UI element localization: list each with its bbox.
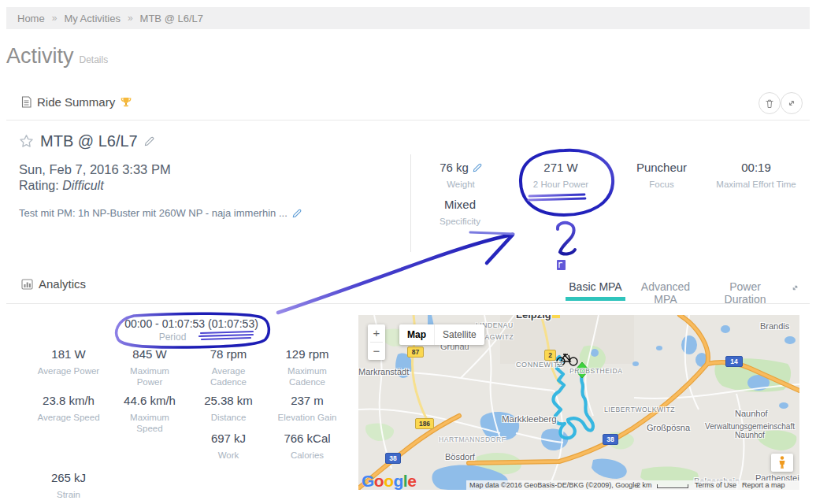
distance-label: Distance bbox=[197, 412, 260, 423]
expand-chart-icon[interactable] bbox=[791, 281, 799, 295]
annotation-arrow-shaft bbox=[278, 235, 512, 313]
activity-datetime: Sun, Feb 7, 2016 3:33 PM bbox=[19, 162, 171, 177]
calories-label: Calories bbox=[271, 450, 343, 461]
pegman-icon bbox=[778, 456, 786, 469]
activity-details-page: Home » My Activities » MTB @ L6/L7 Activ… bbox=[0, 0, 816, 504]
tab-advanced-mpa[interactable]: Advanced MPA bbox=[630, 280, 701, 306]
google-logo[interactable]: Google bbox=[362, 472, 416, 490]
terms-of-use-link[interactable]: Terms of Use bbox=[695, 481, 736, 489]
map-label-grosspoesna: Großpösna bbox=[647, 423, 690, 432]
edit-description-pencil-icon[interactable] bbox=[292, 209, 302, 218]
stat-strain: 265 kJStrain bbox=[21, 471, 116, 500]
map-label-naunhof: Naunhof bbox=[735, 409, 768, 418]
map-label-verwaltungsgemeinschaft: Verwaltungsgemeinschaft Naunhof bbox=[702, 422, 798, 439]
ride-summary-header: Ride Summary bbox=[21, 95, 132, 109]
map-type-satellite-button[interactable]: Satellite bbox=[434, 324, 484, 345]
average-cadence-label: Average Cadence bbox=[197, 365, 260, 387]
map-label-boesdorf: Bösdorf bbox=[445, 452, 475, 461]
map-label-connewitz: CONNEWITZ bbox=[516, 361, 563, 369]
map-label-brandis: Brandis bbox=[760, 321, 789, 331]
stat-specificity: Mixed Specificity bbox=[405, 198, 515, 226]
maximum-cadence-value: 129 rpm bbox=[260, 347, 354, 361]
favorite-star-icon[interactable] bbox=[19, 134, 34, 149]
map-scale-label: 2 km bbox=[636, 481, 652, 489]
road-shield-14: 14 bbox=[725, 356, 743, 367]
map-label-hartmannsdorf: HARTMANNSDORF bbox=[439, 435, 506, 443]
logo-letter: g bbox=[394, 472, 403, 490]
activity-description-row: Test mit PM: 1h NP-Buster mit 260W NP - … bbox=[19, 207, 302, 219]
rating-label: Rating: bbox=[19, 179, 59, 192]
elevation-gain-value: 237 m bbox=[260, 394, 354, 407]
maximum-power-label: Maximum Power bbox=[121, 365, 178, 387]
page-title: ActivityDetails bbox=[6, 44, 108, 69]
stat-calories: 766 kCalCalories bbox=[260, 432, 354, 461]
logo-letter: e bbox=[407, 472, 416, 490]
expand-summary-button[interactable] bbox=[781, 92, 803, 114]
annotation-arrow-barb bbox=[487, 235, 513, 263]
two-hour-power-label: 2 Hour Power bbox=[506, 180, 616, 189]
document-icon bbox=[21, 96, 32, 108]
street-view-pegman-button[interactable] bbox=[771, 454, 793, 472]
average-power-value: 181 W bbox=[21, 347, 116, 361]
map-attribution-bar: Map data ©2016 GeoBasis-DE/BKG (©2009), … bbox=[466, 480, 799, 490]
maximal-effort-time-value: 00:19 bbox=[701, 161, 811, 174]
activity-title-row: MTB @ L6/L7 bbox=[19, 132, 154, 150]
breadcrumb-separator: » bbox=[52, 13, 57, 24]
annotation-underline-2hp bbox=[529, 195, 585, 200]
map-label-markkleeberg: Markkleeberg bbox=[502, 414, 557, 424]
edit-weight-pencil-icon[interactable] bbox=[473, 163, 482, 172]
zoom-out-button[interactable]: − bbox=[368, 343, 385, 360]
map-scale-bar bbox=[657, 484, 688, 488]
zoom-in-button[interactable]: + bbox=[368, 324, 385, 342]
strain-label: Strain bbox=[24, 489, 113, 500]
map-label-markranstaedt: Markranstädt bbox=[358, 367, 409, 376]
report-map-error-link[interactable]: Report a map error bbox=[742, 481, 799, 490]
ride-summary-title: Ride Summary bbox=[37, 95, 115, 109]
activity-rating: Rating: Difficult bbox=[19, 179, 104, 193]
logo-letter: o bbox=[384, 472, 393, 490]
average-speed-value: 23.8 km/h bbox=[21, 394, 116, 407]
route-map[interactable]: 87 2 186 14 38 38 Leipzig LINDENAU PLAGW… bbox=[358, 315, 799, 490]
stat-weight: 76 kg Weight bbox=[406, 161, 516, 189]
analytics-title: Analytics bbox=[39, 277, 86, 291]
logo-letter: o bbox=[374, 472, 384, 490]
road-shield-38: 38 bbox=[603, 434, 618, 445]
map-attribution: Map data ©2016 GeoBasis-DE/BKG (©2009), … bbox=[469, 481, 638, 489]
maximal-effort-time-label: Maximal Effort Time bbox=[701, 180, 811, 189]
specificity-value: Mixed bbox=[405, 198, 515, 211]
section-divider bbox=[6, 303, 810, 304]
edit-title-pencil-icon[interactable] bbox=[144, 136, 154, 146]
road-shield-38: 38 bbox=[385, 453, 401, 464]
expand-icon bbox=[787, 98, 796, 108]
road-shield-2: 2 bbox=[544, 350, 556, 361]
stat-maximum-cadence: 129 rpmMaximum Cadence bbox=[260, 347, 354, 387]
activity-title: MTB @ L6/L7 bbox=[40, 132, 138, 150]
rating-value: Difficult bbox=[62, 179, 103, 192]
annotation-specificity-line bbox=[470, 232, 514, 234]
breadcrumb-home[interactable]: Home bbox=[17, 13, 45, 24]
active-tab-indicator bbox=[566, 297, 625, 301]
focus-value: Puncheur bbox=[606, 161, 717, 174]
maximum-cadence-label: Maximum Cadence bbox=[276, 365, 338, 387]
stat-focus: Puncheur Focus bbox=[606, 161, 717, 189]
page-title-text: Activity bbox=[6, 44, 74, 68]
calories-value: 766 kCal bbox=[260, 432, 354, 445]
bar-chart-icon bbox=[21, 279, 33, 290]
zoom-control: + − bbox=[368, 324, 385, 360]
weight-label: Weight bbox=[406, 180, 516, 189]
annotation-question-squiggle bbox=[558, 223, 575, 254]
map-type-control: MapSatellite bbox=[399, 324, 484, 345]
stat-maximal-effort-time: 00:19 Maximal Effort Time bbox=[701, 161, 811, 189]
breadcrumb: Home » My Activities » MTB @ L6/L7 bbox=[6, 7, 810, 29]
road-shield-186: 186 bbox=[415, 418, 434, 429]
map-type-map-button[interactable]: Map bbox=[399, 324, 434, 345]
average-speed-label: Average Speed bbox=[24, 412, 113, 423]
breadcrumb-my-activities[interactable]: My Activities bbox=[64, 13, 121, 24]
tab-power-duration[interactable]: Power Duration bbox=[707, 280, 783, 306]
tab-basic-mpa[interactable]: Basic MPA bbox=[566, 280, 625, 293]
period-value[interactable]: 00:00 - 01:07:53 (01:07:53) bbox=[97, 317, 286, 330]
delete-activity-button[interactable] bbox=[759, 92, 781, 114]
maximum-speed-label: Maximum Speed bbox=[121, 412, 178, 434]
trash-icon bbox=[765, 98, 774, 109]
specificity-label: Specificity bbox=[405, 217, 515, 226]
